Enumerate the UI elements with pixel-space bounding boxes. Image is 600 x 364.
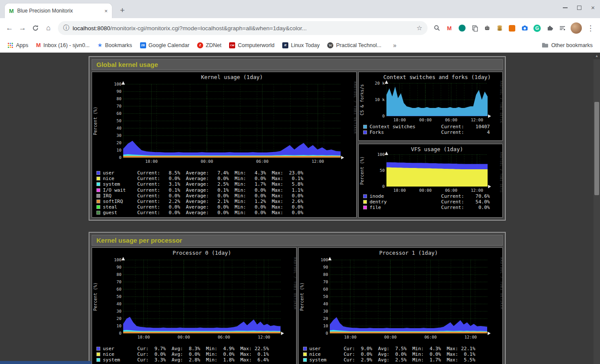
monitorix-favicon-icon: M — [9, 8, 14, 14]
legend-text: nice Cur: 0.0% Avg: 0.0% Min: 0.0% Max: … — [103, 351, 269, 357]
grammarly-extension-icon[interactable]: G — [531, 22, 543, 34]
legend-row: softIRQ Current: 2.2% Average: 2.1% Min:… — [96, 199, 356, 204]
url-host: localhost:8080 — [73, 25, 110, 32]
svg-text:70: 70 — [117, 279, 122, 284]
extensions-puzzle-icon[interactable] — [544, 22, 555, 34]
tab-close-icon[interactable]: × — [104, 8, 108, 14]
legend-color-swatch — [363, 125, 367, 129]
svg-text:80: 80 — [117, 96, 122, 101]
legend-text: user Cur: 9.7% Avg: 8.3% Min: 4.9% Max: … — [103, 346, 269, 351]
svg-text:Percent (%): Percent (%) — [300, 282, 304, 311]
svg-text:Context switches and forks (1: Context switches and forks (1day) — [383, 74, 491, 80]
close-window-button[interactable]: × — [591, 6, 595, 10]
chart-vfs: 05010018:0000:0006:0012:00VFS usage (1da… — [359, 144, 502, 193]
processor0-graph[interactable]: 010203040506070809010018:0000:0006:0012:… — [92, 247, 297, 364]
vfs-usage-graph[interactable]: 05010018:0000:0006:0012:00VFS usage (1da… — [358, 144, 503, 218]
back-button[interactable]: ← — [3, 22, 16, 34]
legend-text: nice Current: 0.0% Average: 0.0% Min: 0.… — [103, 176, 303, 181]
svg-text:00:00: 00:00 — [178, 335, 190, 339]
status-bubble — [0, 361, 92, 364]
bookmark-inbox[interactable]: M Inbox (16) - sjvn0... — [33, 41, 93, 50]
tab-strip: M Blue Precision Monitorix × + × — [0, 0, 600, 18]
legend-row: Context switches Current: 10407 — [363, 124, 502, 130]
gmail-extension-icon[interactable]: M — [444, 22, 455, 34]
bookmark-label: Bookmarks — [105, 42, 132, 48]
scrollbar-thumb[interactable] — [594, 102, 599, 195]
svg-text:30: 30 — [117, 309, 122, 313]
reload-button[interactable] — [29, 22, 41, 34]
bookmark-google-calendar[interactable]: 28 Google Calendar — [137, 41, 193, 50]
page-info-icon[interactable]: ⓘ — [63, 24, 69, 32]
chart-ctx: 010 k20 k18:0000:0006:0012:00Context swi… — [359, 72, 502, 123]
bookmark-zdnet[interactable]: Z ZDNet — [194, 41, 224, 50]
section-kernel-usage-per-processor: Kernel usage per processor 0102030405060… — [89, 232, 506, 364]
maximize-button[interactable] — [577, 6, 581, 10]
reading-list-icon[interactable] — [556, 22, 568, 34]
legend-row: system Current: 3.1% Average: 2.5% Min: … — [96, 181, 356, 187]
page-content: Global kernel usage 01020304050607080901… — [0, 53, 600, 364]
context-switches-graph[interactable]: 010 k20 k18:0000:0006:0012:00Context swi… — [358, 72, 503, 141]
svg-text:06:00: 06:00 — [256, 159, 269, 164]
svg-text:70: 70 — [323, 279, 328, 284]
bookmark-practical-technology[interactable]: W Practical Technol... — [324, 41, 384, 50]
other-bookmarks-button[interactable]: Other bookmarks — [539, 41, 596, 50]
legend-row: user Cur: 9.7% Avg: 8.3% Min: 4.9% Max: … — [96, 346, 296, 351]
home-button[interactable]: ⌂ — [42, 22, 54, 34]
processor1-graph[interactable]: 010203040506070809010018:0000:0006:0012:… — [298, 247, 503, 364]
stack-extension-icon[interactable] — [494, 22, 505, 34]
search-extension-icon[interactable] — [431, 22, 443, 34]
chart-kernel: 010203040506070809010018:0000:0006:0012:… — [92, 72, 356, 169]
scrollbar[interactable]: ▲ — [594, 53, 600, 364]
section-global-kernel-usage: Global kernel usage 01020304050607080901… — [89, 56, 506, 221]
browser-tab[interactable]: M Blue Precision Monitorix × — [4, 3, 112, 18]
scroll-up-icon[interactable]: ▲ — [594, 53, 600, 59]
browser-menu-icon[interactable]: ⋮ — [584, 22, 597, 34]
voice-extension-icon[interactable] — [456, 22, 468, 34]
svg-text:VFS usage (1day): VFS usage (1day) — [411, 146, 463, 152]
svg-text:50: 50 — [380, 168, 385, 173]
copy-extension-icon[interactable] — [469, 22, 480, 34]
bookmark-computerworld[interactable]: CW Computerworld — [226, 41, 278, 50]
bookmark-star-icon[interactable]: ☆ — [417, 24, 422, 32]
svg-text:90: 90 — [117, 265, 122, 269]
svg-text:0: 0 — [382, 114, 385, 118]
svg-text:12:00: 12:00 — [471, 188, 483, 193]
legend-text: user Cur: 9.0% Avg: 7.5% Min: 4.3% Max: … — [310, 346, 476, 351]
robot-extension-icon[interactable] — [481, 22, 493, 34]
svg-text:RRDTOOL / TOBI OETIKER: RRDTOOL / TOBI OETIKER — [499, 152, 502, 193]
bookmark-label: ZDNet — [206, 42, 221, 48]
bookmark-bookmarks[interactable]: ★ Bookmarks — [94, 41, 135, 50]
legend-text: system Cur: 2.9% Avg: 2.5% Min: 1.7% Max… — [310, 357, 476, 363]
svg-text:10: 10 — [117, 148, 122, 152]
legend-row: user Current: 8.5% Average: 7.4% Min: 4.… — [96, 170, 356, 176]
chart-legend: inode Current: 70.6%dentry Current: 54.0… — [359, 193, 502, 211]
svg-text:40: 40 — [323, 301, 328, 306]
svg-text:12:00: 12:00 — [471, 117, 483, 122]
pocket-extension-icon[interactable] — [506, 22, 518, 34]
forward-button[interactable]: → — [16, 22, 29, 34]
bookmarks-overflow-icon[interactable]: » — [390, 42, 399, 49]
minimize-button[interactable] — [563, 7, 568, 8]
camera-extension-icon[interactable] — [519, 22, 530, 34]
svg-text:06:00: 06:00 — [445, 188, 457, 193]
address-bar[interactable]: ⓘ localhost:8080/monitorix-cgi/monitorix… — [58, 21, 428, 35]
graph-row: 010203040506070809010018:0000:0006:0012:… — [92, 72, 503, 218]
svg-text:18:00: 18:00 — [137, 335, 150, 339]
apps-shortcut[interactable]: Apps — [4, 41, 32, 50]
url-text[interactable]: localhost:8080/monitorix-cgi/monitorix.c… — [73, 25, 413, 32]
profile-avatar[interactable] — [571, 22, 582, 34]
legend-color-swatch — [96, 199, 100, 203]
svg-text:RRDTOOL / TOBI OETIKER: RRDTOOL / TOBI OETIKER — [293, 257, 296, 310]
chart-legend: user Cur: 9.7% Avg: 8.3% Min: 4.9% Max: … — [92, 345, 296, 364]
legend-row: inode Current: 70.6% — [363, 193, 502, 199]
legend-text: Forks Current: 4 — [370, 130, 490, 135]
kernel-usage-graph[interactable]: 010203040506070809010018:0000:0006:0012:… — [92, 72, 357, 218]
bookmark-linux-today[interactable]: lt Linux Today — [279, 41, 323, 50]
legend-text: I/O wait Current: 0.1% Average: 0.1% Min… — [103, 187, 303, 193]
svg-text:Processor 0 (1day): Processor 0 (1day) — [172, 250, 231, 256]
new-tab-button[interactable]: + — [116, 4, 129, 17]
svg-text:90: 90 — [323, 265, 328, 269]
legend-color-swatch — [303, 352, 307, 356]
svg-text:90: 90 — [117, 89, 122, 94]
window-controls: × — [563, 3, 595, 13]
